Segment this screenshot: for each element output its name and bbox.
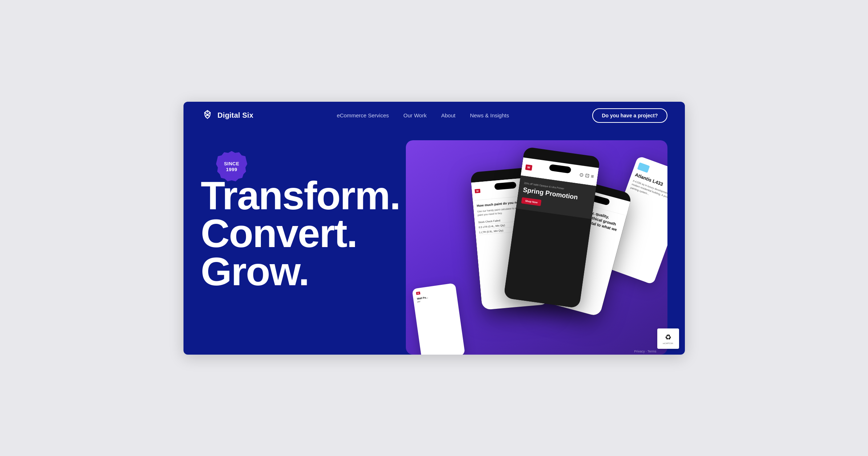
hero-section: SINCE 1999 Transform. Convert. Grow. W xyxy=(183,129,685,355)
privacy-terms-text: Privacy · Terms xyxy=(634,350,656,353)
nav-link-ecommerce[interactable]: eCommerce Services xyxy=(337,112,389,118)
nav-link-about[interactable]: About xyxy=(441,112,455,118)
hero-headline: Transform. Convert. Grow. xyxy=(201,177,419,291)
logo-link[interactable]: Digital Six xyxy=(201,109,254,122)
nav-links: eCommerce Services Our Work About News &… xyxy=(337,112,509,119)
nav-item-ecommerce[interactable]: eCommerce Services xyxy=(337,112,389,119)
nav-item-ourwork[interactable]: Our Work xyxy=(403,112,427,119)
logo-text: Digital Six xyxy=(218,111,254,120)
browser-frame: Digital Six eCommerce Services Our Work … xyxy=(183,102,685,355)
wallpaper-card: W Wall Pa... per xyxy=(412,283,465,354)
nav-item-about[interactable]: About xyxy=(441,112,455,119)
headline-line1: Transform. xyxy=(201,177,419,215)
navbar: Digital Six eCommerce Services Our Work … xyxy=(183,102,685,129)
recaptcha-icon: ♻ xyxy=(665,333,671,342)
since-badge-text: SINCE 1999 xyxy=(224,161,239,172)
recaptcha-text: reCAPTCHA xyxy=(663,342,673,344)
wallpaper-logo: W xyxy=(416,291,420,295)
nav-link-news[interactable]: News & Insights xyxy=(470,112,509,118)
headline-line2: Convert. xyxy=(201,214,419,253)
nav-link-ourwork[interactable]: Our Work xyxy=(403,112,427,118)
logo-icon xyxy=(201,109,214,122)
nav-item-news[interactable]: News & Insights xyxy=(470,112,509,119)
hero-headline-block: Transform. Convert. Grow. xyxy=(201,144,667,291)
recaptcha-badge: ♻ reCAPTCHA xyxy=(657,328,679,349)
cta-button[interactable]: Do you have a project? xyxy=(592,108,667,123)
headline-line3: Grow. xyxy=(201,253,419,291)
